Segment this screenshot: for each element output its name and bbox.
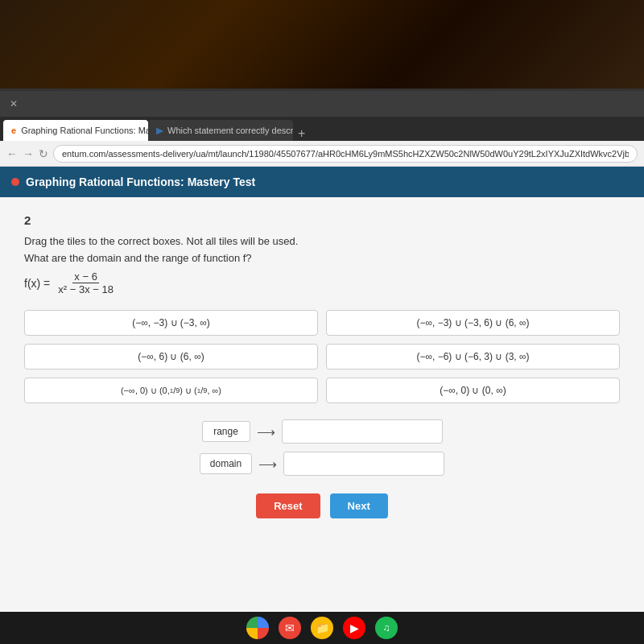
- tile-3[interactable]: (−∞, 6) ∪ (6, ∞): [24, 344, 318, 369]
- tile-6[interactable]: (−∞, 0) ∪ (0, ∞): [326, 378, 620, 403]
- function-fraction: x − 6 x² − 3x − 18: [56, 270, 115, 295]
- reload-button[interactable]: ↻: [39, 147, 48, 160]
- app-title: Graphing Rational Functions: Mastery Tes…: [26, 175, 255, 188]
- tab-icon-graphing: e: [11, 126, 16, 135]
- question-subtext: What are the domain and the range of fun…: [24, 252, 620, 264]
- main-content: 2 Drag the tiles to the correct boxes. N…: [0, 197, 644, 644]
- function-denominator: x² − 3x − 18: [56, 283, 115, 295]
- function-label: f(x) =: [24, 277, 50, 290]
- tab-label-statement: Which statement correctly descri: [167, 126, 293, 135]
- tab-which-statement[interactable]: ▶ Which statement correctly descri ✕: [148, 120, 293, 141]
- tiles-grid: (−∞, −3) ∪ (−3, ∞) (−∞, −3) ∪ (−3, 6) ∪ …: [24, 310, 620, 403]
- function-display: f(x) = x − 6 x² − 3x − 18: [24, 270, 620, 295]
- domain-label: domain: [200, 453, 252, 474]
- taskbar: ✉ 📁 ▶ ♫: [0, 612, 644, 644]
- new-tab-button[interactable]: +: [293, 126, 310, 141]
- taskbar-icon-gmail[interactable]: ✉: [279, 617, 301, 639]
- tab-graphing[interactable]: e Graphing Rational Functions: Ma ✕: [3, 120, 148, 141]
- back-button[interactable]: ←: [6, 147, 18, 160]
- tab-label-graphing: Graphing Rational Functions: Ma: [21, 126, 148, 135]
- taskbar-icon-youtube[interactable]: ▶: [343, 617, 365, 639]
- domain-row: domain ⟶: [200, 452, 444, 476]
- question-number: 2: [24, 213, 620, 227]
- reset-button[interactable]: Reset: [256, 493, 320, 518]
- taskbar-icon-chrome[interactable]: [246, 617, 269, 639]
- browser-chrome: ✕: [0, 91, 644, 117]
- forward-button[interactable]: →: [23, 147, 34, 160]
- tab-icon-statement: ▶: [156, 126, 163, 136]
- tile-4[interactable]: (−∞, −6) ∪ (−6, 3) ∪ (3, ∞): [326, 344, 620, 369]
- laptop-screen: ✕ e Graphing Rational Functions: Ma ✕ ▶ …: [0, 89, 644, 644]
- address-input[interactable]: entum.com/assessments-delivery/ua/mt/lau…: [53, 145, 638, 163]
- tile-1[interactable]: (−∞, −3) ∪ (−3, ∞): [24, 310, 318, 336]
- tile-2[interactable]: (−∞, −3) ∪ (−3, 6) ∪ (6, ∞): [326, 310, 620, 336]
- question-instruction: Drag the tiles to the correct boxes. Not…: [24, 235, 620, 247]
- range-row: range ⟶: [202, 419, 443, 444]
- browser-close-icon: ✕: [6, 98, 21, 109]
- taskbar-icon-music[interactable]: ♫: [375, 617, 398, 639]
- tabs-bar: e Graphing Rational Functions: Ma ✕ ▶ Wh…: [0, 117, 644, 141]
- taskbar-icon-files[interactable]: 📁: [311, 617, 333, 639]
- address-bar-row: ← → ↻ entum.com/assessments-delivery/ua/…: [0, 141, 644, 167]
- range-answer-box[interactable]: [282, 419, 443, 444]
- buttons-row: Reset Next: [24, 493, 620, 518]
- answer-area: range ⟶ domain ⟶: [24, 419, 620, 476]
- address-text: entum.com/assessments-delivery/ua/mt/lau…: [62, 149, 629, 159]
- domain-answer-box[interactable]: [283, 452, 444, 476]
- range-arrow: ⟶: [257, 424, 275, 440]
- domain-arrow: ⟶: [258, 456, 277, 472]
- next-button[interactable]: Next: [330, 493, 388, 518]
- app-header: Graphing Rational Functions: Mastery Tes…: [0, 167, 644, 197]
- range-label: range: [202, 421, 250, 442]
- function-numerator: x − 6: [72, 270, 99, 283]
- tile-5[interactable]: (−∞, 0) ∪ (0, 1/9) ∪ (1/9, ∞): [24, 378, 318, 403]
- app-logo-dot: [11, 178, 19, 186]
